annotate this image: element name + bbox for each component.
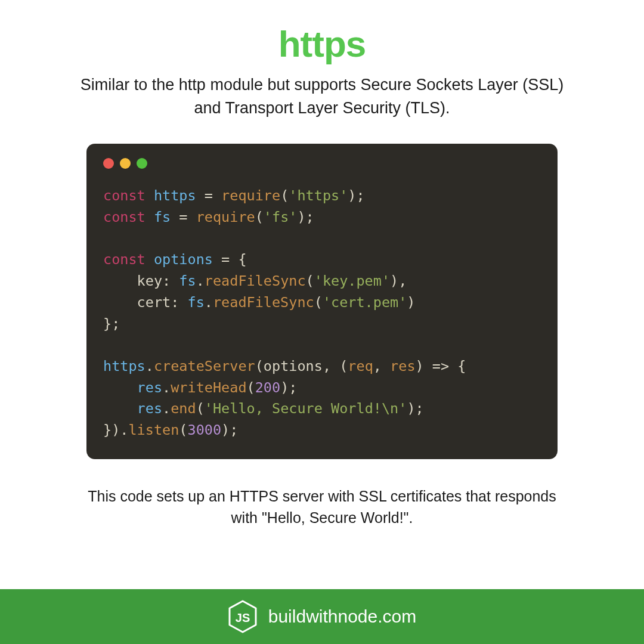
code-token: end xyxy=(171,400,196,417)
nodejs-icon: JS xyxy=(228,600,258,633)
code-token: ( xyxy=(314,294,323,311)
code-token: https xyxy=(154,187,196,204)
code-token: createServer xyxy=(154,358,255,374)
code-token: ); xyxy=(280,379,297,396)
code-window: const https = require('https'); const fs… xyxy=(86,144,558,459)
code-token: ( xyxy=(196,400,205,417)
code-token: const xyxy=(103,251,145,268)
code-token: ); xyxy=(407,400,423,417)
maximize-icon xyxy=(137,158,147,169)
code-token: 'cert.pem' xyxy=(323,294,407,311)
minimize-icon xyxy=(120,158,131,169)
code-token: require xyxy=(221,187,280,204)
code-token: ); xyxy=(221,422,238,438)
footer-link: buildwithnode.com xyxy=(268,606,416,627)
code-token: readFileSync xyxy=(205,273,306,289)
code-token: const xyxy=(103,187,145,204)
code-token xyxy=(103,379,137,396)
code-token: . xyxy=(196,273,205,289)
code-token: = xyxy=(196,187,221,204)
code-token: 'key.pem' xyxy=(314,273,390,289)
code-token: . xyxy=(145,358,154,374)
footer: JS buildwithnode.com xyxy=(0,589,644,644)
code-token: 200 xyxy=(255,379,280,396)
code-token: ( xyxy=(247,379,255,396)
code-token: ) xyxy=(407,294,415,311)
code-token: https xyxy=(103,358,145,374)
code-token: , xyxy=(373,358,390,374)
window-controls xyxy=(103,158,541,169)
code-token: options xyxy=(154,251,213,268)
code-token: }). xyxy=(103,422,128,438)
caption-text: This code sets up an HTTPS server with S… xyxy=(78,485,566,529)
code-token: fs xyxy=(179,273,196,289)
code-token: const xyxy=(103,209,145,225)
code-token: 'Hello, Secure World!\n' xyxy=(205,400,407,417)
main-content: https Similar to the http module but sup… xyxy=(0,0,644,589)
code-token: : xyxy=(162,273,179,289)
code-token: ( xyxy=(280,187,289,204)
code-token: ); xyxy=(348,187,364,204)
description-text: Similar to the http module but supports … xyxy=(78,73,566,120)
code-token xyxy=(103,400,137,417)
code-token: : xyxy=(171,294,187,311)
code-token: 'https' xyxy=(289,187,348,204)
code-token: writeHead xyxy=(171,379,246,396)
code-token: . xyxy=(162,379,171,396)
code-token: ( xyxy=(179,422,187,438)
code-token: readFileSync xyxy=(213,294,314,311)
logo-text: JS xyxy=(236,611,250,624)
code-token: res xyxy=(137,400,162,417)
code-token: listen xyxy=(128,422,179,438)
code-token: ) => { xyxy=(416,358,466,374)
code-token: ( xyxy=(255,358,264,374)
code-token: req xyxy=(348,358,373,374)
code-token: res xyxy=(390,358,415,374)
code-token: fs xyxy=(187,294,204,311)
code-token: , ( xyxy=(323,358,348,374)
code-token: ( xyxy=(255,209,264,225)
code-token: options xyxy=(264,358,323,374)
code-token: = xyxy=(171,209,196,225)
close-icon xyxy=(103,158,114,169)
code-token: 3000 xyxy=(188,422,222,438)
code-token xyxy=(103,273,137,289)
code-token: res xyxy=(137,379,162,396)
code-token: ), xyxy=(390,273,407,289)
page-title: https xyxy=(278,23,366,65)
code-block: const https = require('https'); const fs… xyxy=(103,185,541,441)
code-token: key xyxy=(137,273,162,289)
code-token: require xyxy=(196,209,255,225)
code-token: 'fs' xyxy=(264,209,298,225)
code-token: cert xyxy=(137,294,171,311)
code-token: = { xyxy=(213,251,247,268)
code-token: . xyxy=(205,294,213,311)
code-token: ( xyxy=(306,273,314,289)
code-token xyxy=(103,294,137,311)
code-token: ); xyxy=(297,209,314,225)
code-token: . xyxy=(162,400,171,417)
code-token: fs xyxy=(154,209,171,225)
code-token: }; xyxy=(103,315,120,332)
